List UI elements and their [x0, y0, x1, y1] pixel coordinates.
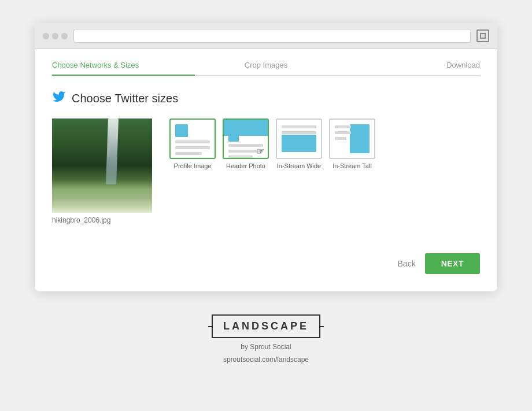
footer: LANDSCAPE by Sprout Social sproutsocial.…: [212, 314, 320, 364]
browser-toolbar: [35, 23, 497, 49]
tall-line1: [335, 125, 351, 128]
footer-url: sproutsocial.com/landscape: [223, 356, 309, 364]
preview-image: [52, 119, 152, 213]
profile-line2: [175, 146, 210, 149]
step-download[interactable]: Download: [337, 61, 480, 75]
size-card-header-photo[interactable]: ☞: [223, 119, 269, 159]
size-label-profile-image: Profile Image: [174, 162, 212, 169]
header-blue-small: [228, 131, 239, 142]
wide-line1: [282, 125, 316, 128]
wide-blue-rect: [282, 135, 316, 152]
image-preview: hikingbro_2006.jpg: [52, 119, 152, 224]
browser-dot-green: [61, 33, 68, 39]
steps-nav: Choose Networks & Sizes Crop Images Down…: [52, 61, 480, 76]
size-option-in-stream-tall[interactable]: In-Stream Tall: [329, 119, 375, 169]
browser-dot-red: [43, 33, 49, 39]
logo-box: LANDSCAPE: [212, 314, 320, 338]
size-card-in-stream-tall[interactable]: [329, 119, 375, 159]
app-content: Choose Networks & Sizes Crop Images Down…: [35, 49, 497, 291]
size-label-header-photo: Header Photo: [226, 162, 265, 169]
browser-dots: [43, 33, 68, 39]
cursor-indicator: ☞: [256, 147, 264, 156]
profile-line3: [175, 152, 202, 155]
step-crop-images[interactable]: Crop Images: [195, 61, 338, 75]
tall-blue-rect: [350, 124, 370, 153]
section-title-text: Choose Twitter sizes: [72, 92, 178, 105]
step-choose-networks[interactable]: Choose Networks & Sizes: [52, 61, 195, 75]
preview-filename: hikingbro_2006.jpg: [52, 216, 152, 224]
landscape-logo: LANDSCAPE: [212, 314, 320, 338]
size-label-in-stream-tall: In-Stream Tall: [332, 162, 372, 169]
header-line3: [228, 155, 253, 158]
bottom-bar: Back NEXT: [52, 247, 480, 274]
size-option-in-stream-wide[interactable]: In-Stream Wide: [276, 119, 322, 169]
footer-by: by Sprout Social: [241, 343, 291, 351]
back-button[interactable]: Back: [398, 259, 416, 268]
tall-line2: [335, 131, 351, 134]
profile-line1: [175, 140, 210, 143]
browser-dot-yellow: [52, 33, 58, 39]
size-card-in-stream-wide[interactable]: [276, 119, 322, 159]
wide-line2: [282, 131, 316, 134]
profile-blue-rect: [175, 124, 188, 137]
size-option-profile-image[interactable]: Profile Image: [169, 119, 216, 169]
size-label-in-stream-wide: In-Stream Wide: [277, 162, 321, 169]
size-card-profile-image[interactable]: [169, 119, 216, 159]
tall-line3: [335, 137, 346, 140]
main-area: hikingbro_2006.jpg Profile Image: [52, 119, 480, 224]
browser-addressbar[interactable]: [73, 29, 471, 43]
twitter-icon: [52, 90, 66, 107]
next-button[interactable]: NEXT: [425, 253, 480, 274]
size-option-header-photo[interactable]: ☞ Header Photo: [223, 119, 269, 169]
grid-inner: [480, 33, 486, 39]
browser-window: Choose Networks & Sizes Crop Images Down…: [35, 23, 497, 291]
size-options: Profile Image ☞ Header Photo: [169, 119, 375, 169]
browser-grid-icon: [476, 29, 489, 42]
logo-text: LANDSCAPE: [223, 320, 309, 332]
section-title: Choose Twitter sizes: [52, 90, 480, 107]
